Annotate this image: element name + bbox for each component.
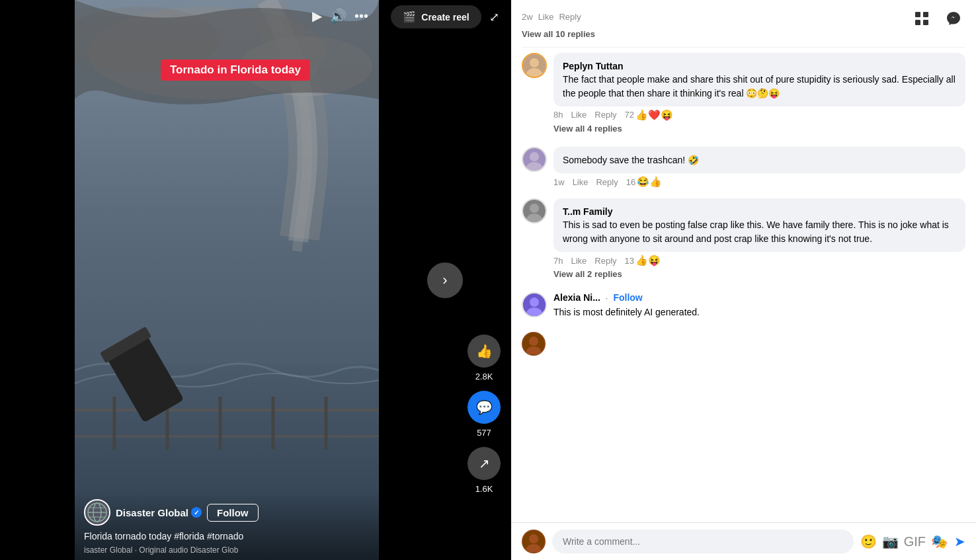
reaction-row-1: 72 👍❤️😝 bbox=[625, 109, 673, 121]
comment-reply-1[interactable]: Reply bbox=[594, 110, 616, 120]
reaction-count-3: 13 bbox=[625, 256, 634, 266]
comment-avatar-2 bbox=[522, 147, 547, 172]
tornado-label: Tornado in Florida today bbox=[161, 60, 310, 81]
comment-content-3: T..m Family This is sad to even be posti… bbox=[553, 198, 965, 282]
reaction-emojis-3: 👍😝 bbox=[635, 255, 661, 266]
send-comment-button[interactable]: ➤ bbox=[954, 534, 965, 549]
video-controls-top: ▶ 🔊 ••• bbox=[75, 0, 379, 32]
volume-button[interactable]: 🔊 bbox=[330, 8, 346, 24]
verified-badge: ✓ bbox=[191, 507, 202, 518]
comment-time-1: 8h bbox=[553, 110, 563, 120]
reaction-count-2: 16 bbox=[626, 177, 635, 187]
top-comment-reply-action[interactable]: Reply bbox=[559, 12, 581, 22]
commenter-avatar bbox=[522, 332, 546, 356]
comment-item-3: T..m Family This is sad to even be posti… bbox=[522, 193, 965, 287]
top-comment-time: 2w bbox=[522, 12, 533, 22]
comment-name-follow-4: Alexia Ni... · Follow bbox=[553, 292, 965, 303]
comment-like-3[interactable]: Like bbox=[571, 256, 587, 266]
comments-body: 2w Like Reply 198 👍 View all 10 replies bbox=[511, 0, 976, 522]
emoji-button[interactable]: 🙂 bbox=[860, 534, 877, 549]
channel-row: Disaster Global ✓ Follow bbox=[84, 499, 370, 526]
create-reel-button[interactable]: 🎬 Create reel bbox=[391, 5, 481, 28]
svg-point-37 bbox=[529, 337, 538, 346]
comment-author-3: T..m Family bbox=[563, 206, 612, 217]
comment-content-4: Alexia Ni... · Follow This is most defin… bbox=[553, 292, 965, 321]
video-footer-text: isaster Global · Original audio Disaster… bbox=[84, 545, 370, 555]
reaction-row-3: 13 👍😝 bbox=[625, 255, 661, 266]
comment-input[interactable] bbox=[552, 530, 854, 553]
comment-item-2: Somebody save the trashcan! 🤣 1w Like Re… bbox=[522, 141, 965, 193]
action-buttons: 👍 2.8K 💬 577 ↗ 1.6K bbox=[468, 335, 501, 494]
like-count: 2.8K bbox=[475, 372, 493, 381]
comment-item: Peplyn Tuttan The fact that people make … bbox=[522, 48, 965, 141]
svg-point-28 bbox=[530, 152, 539, 161]
comment-bubble-3: T..m Family This is sad to even be posti… bbox=[553, 198, 965, 252]
top-controls: 🎬 Create reel ⤢ bbox=[379, 5, 511, 28]
share-button[interactable]: ↗ bbox=[468, 447, 501, 480]
comment-meta-1: 8h Like Reply 72 👍❤️😝 bbox=[553, 109, 965, 121]
reel-icon: 🎬 bbox=[403, 11, 416, 23]
view-replies-1[interactable]: View all 4 replies bbox=[553, 121, 965, 136]
play-button[interactable]: ▶ bbox=[312, 8, 322, 24]
comment-avatar-3 bbox=[522, 198, 547, 223]
expand-button[interactable]: ⤢ bbox=[489, 10, 499, 24]
comment-count: 577 bbox=[477, 428, 491, 438]
tornado-visual bbox=[75, 0, 379, 560]
comment-meta-3: 7h Like Reply 13 👍😝 bbox=[553, 255, 965, 266]
svg-point-34 bbox=[530, 298, 539, 307]
like-button[interactable]: 👍 bbox=[468, 335, 501, 368]
comment-text-1: The fact that people make and share this… bbox=[563, 74, 956, 98]
comment-like-1[interactable]: Like bbox=[571, 110, 587, 120]
svg-rect-23 bbox=[923, 20, 928, 25]
channel-name: Disaster Global ✓ bbox=[116, 507, 202, 518]
svg-rect-20 bbox=[915, 12, 920, 17]
follow-button[interactable]: Follow bbox=[207, 504, 259, 522]
svg-point-31 bbox=[530, 204, 539, 213]
comment-follow-link[interactable]: Follow bbox=[613, 292, 642, 303]
sticker-button[interactable]: 🎭 bbox=[931, 534, 948, 549]
comment-text-4: This is most definitely AI generated. bbox=[553, 305, 965, 319]
comment-avatar-4 bbox=[522, 292, 547, 317]
view-replies-3[interactable]: View all 2 replies bbox=[553, 266, 965, 282]
comment-button[interactable]: 💬 bbox=[468, 391, 501, 424]
write-comment-row bbox=[522, 327, 965, 361]
comment-content-2: Somebody save the trashcan! 🤣 1w Like Re… bbox=[553, 147, 965, 188]
svg-rect-21 bbox=[923, 12, 928, 17]
comment-time-3: 7h bbox=[553, 256, 563, 266]
comment-author-4: Alexia Ni... bbox=[553, 292, 600, 303]
comment-like-2[interactable]: Like bbox=[573, 177, 589, 187]
channel-avatar bbox=[84, 499, 110, 526]
comment-content-1: Peplyn Tuttan The fact that people make … bbox=[553, 53, 965, 136]
comment-reply-2[interactable]: Reply bbox=[596, 177, 618, 187]
comment-text-2: Somebody save the trashcan! 🤣 bbox=[563, 155, 699, 165]
share-count: 1.6K bbox=[475, 484, 493, 494]
reaction-count-1: 72 bbox=[625, 110, 634, 120]
comment-time-2: 1w bbox=[553, 177, 565, 187]
reaction-emojis-2: 😂👍 bbox=[637, 176, 662, 188]
comment-author-1: Peplyn Tuttan bbox=[563, 61, 624, 71]
comment-bubble-1: Peplyn Tuttan The fact that people make … bbox=[553, 53, 965, 106]
left-black-area bbox=[0, 0, 75, 560]
comment-avatar-1 bbox=[522, 53, 547, 78]
comment-text-3: This is sad to even be posting false cra… bbox=[563, 220, 949, 243]
grid-menu-button[interactable] bbox=[910, 7, 934, 30]
svg-point-25 bbox=[530, 58, 539, 67]
emoji-tools: 🙂 📷 GIF 🎭 bbox=[860, 534, 948, 549]
video-caption: Florida tornado today #florida #tornado bbox=[84, 531, 370, 541]
comment-reply-3[interactable]: Reply bbox=[594, 256, 616, 266]
svg-point-40 bbox=[529, 534, 538, 543]
middle-area: 🎬 Create reel ⤢ › 👍 2.8K 💬 577 ↗ 1.6K bbox=[379, 0, 511, 560]
next-video-button[interactable]: › bbox=[427, 262, 463, 298]
gif-button[interactable]: GIF bbox=[904, 534, 926, 549]
svg-rect-22 bbox=[915, 20, 920, 25]
reaction-emojis-1: 👍❤️😝 bbox=[635, 109, 673, 121]
top-comment-like-action[interactable]: Like bbox=[538, 12, 554, 22]
comment-meta-2: 1w Like Reply 16 😂👍 bbox=[553, 176, 965, 188]
comments-panel: 2w Like Reply 198 👍 View all 10 replies bbox=[511, 0, 976, 560]
camera-button[interactable]: 📷 bbox=[882, 534, 899, 549]
reaction-row-2: 16 😂👍 bbox=[626, 176, 662, 188]
commenter-avatar-input bbox=[522, 530, 546, 553]
comment-input-area: 🙂 📷 GIF 🎭 ➤ bbox=[511, 522, 976, 560]
more-options-button[interactable]: ••• bbox=[354, 9, 368, 24]
messenger-button[interactable] bbox=[942, 7, 965, 30]
